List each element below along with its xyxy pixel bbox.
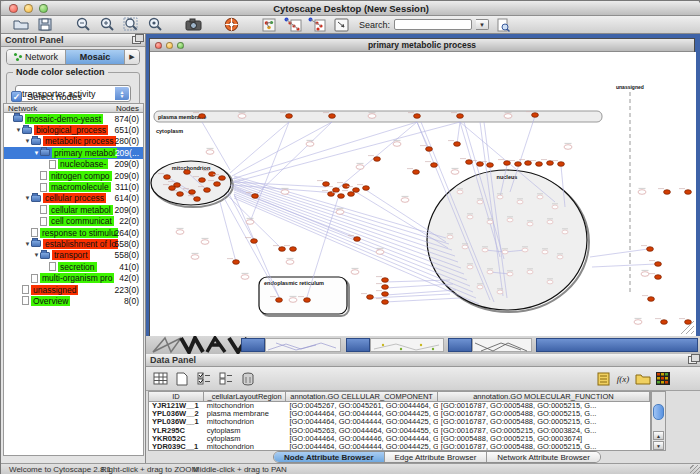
network-node[interactable] <box>351 270 359 275</box>
tree-row[interactable]: mosaic-demo-yeast874(0) <box>4 113 143 124</box>
tree-row[interactable]: unassigned223(0) <box>4 284 143 295</box>
network-node[interactable] <box>393 142 401 147</box>
help-lifering-icon[interactable] <box>221 17 241 32</box>
tree-row[interactable]: ▼primary metabol209(... <box>4 147 143 158</box>
zoom-out-icon[interactable] <box>73 17 93 32</box>
network-node[interactable] <box>462 245 468 249</box>
network-node[interactable] <box>564 145 572 150</box>
network-node[interactable] <box>655 262 662 267</box>
network-node[interactable] <box>467 265 473 269</box>
network-node[interactable] <box>504 114 512 119</box>
tree-expander-icon[interactable]: ▼ <box>24 241 31 247</box>
network-node[interactable] <box>401 198 409 203</box>
network-node[interactable] <box>374 157 381 162</box>
network-node[interactable] <box>502 250 508 254</box>
network-merge-b-icon[interactable] <box>307 17 327 32</box>
float-panel-icon[interactable] <box>688 356 697 364</box>
vizmapper-icon[interactable] <box>259 17 279 32</box>
tree-row[interactable]: Overview8(0) <box>4 295 143 306</box>
zoom-selected-icon[interactable] <box>145 17 165 32</box>
network-node[interactable] <box>525 161 532 166</box>
minimized-window-titlebar-wide[interactable] <box>536 338 698 352</box>
tree-expander-icon[interactable]: ▼ <box>15 127 22 133</box>
network-node[interactable] <box>552 205 558 209</box>
network-node[interactable] <box>467 215 473 219</box>
network-merge-a-icon[interactable] <box>283 17 303 32</box>
network-node[interactable] <box>286 114 293 119</box>
network-node[interactable] <box>527 222 533 226</box>
network-node[interactable] <box>189 190 196 195</box>
select-attributes-icon[interactable] <box>195 370 213 387</box>
network-node[interactable] <box>547 280 553 284</box>
tab-edge-attribute-browser[interactable]: Edge Attribute Browser <box>385 452 488 462</box>
open-file-icon[interactable] <box>11 17 31 32</box>
tree-row[interactable]: multi-organism pro42(0) <box>4 272 143 283</box>
network-node[interactable] <box>276 298 283 303</box>
tree-expander-icon[interactable]: ▼ <box>24 138 31 144</box>
network-node[interactable] <box>497 195 503 199</box>
table-column-header[interactable]: annotation.GO CELLULAR_COMPONENT <box>286 392 437 401</box>
minimized-window-thumbnail[interactable] <box>265 338 341 352</box>
network-node[interactable] <box>638 190 646 195</box>
network-node[interactable] <box>184 170 191 175</box>
network-node[interactable] <box>251 239 258 244</box>
network-node[interactable] <box>343 184 350 189</box>
network-node[interactable] <box>685 190 692 195</box>
scrollbar-thumb[interactable] <box>653 404 664 420</box>
network-node[interactable] <box>382 292 389 297</box>
scroll-down-button[interactable]: ▼ <box>653 441 664 450</box>
network-node[interactable] <box>206 150 214 155</box>
network-node[interactable] <box>414 114 421 119</box>
network-node[interactable] <box>338 194 345 199</box>
network-node[interactable] <box>641 272 649 277</box>
network-node[interactable] <box>507 272 513 276</box>
network-node[interactable] <box>382 278 389 283</box>
network-node[interactable] <box>466 160 473 165</box>
network-node[interactable] <box>238 114 246 119</box>
network-node[interactable] <box>487 220 493 224</box>
network-node[interactable] <box>454 142 461 147</box>
network-node[interactable] <box>634 320 642 325</box>
tree-row[interactable]: cellular metabol209(0) <box>4 204 143 215</box>
tab-network-attribute-browser[interactable]: Network Attribute Browser <box>487 452 599 462</box>
network-node[interactable] <box>562 230 568 234</box>
network-node[interactable] <box>353 188 360 193</box>
tab-mosaic[interactable]: Mosaic <box>66 50 125 64</box>
tree-row[interactable]: ▼transport558(0) <box>4 250 143 261</box>
tree-row[interactable]: secretion41(0) <box>4 261 143 272</box>
network-node[interactable] <box>306 142 314 147</box>
network-node[interactable] <box>199 178 206 183</box>
tree-row[interactable]: response to stimulu264(0) <box>4 227 143 238</box>
network-node[interactable] <box>507 218 513 222</box>
network-node[interactable] <box>289 298 297 303</box>
network-node[interactable] <box>537 195 543 199</box>
network-node[interactable] <box>477 200 483 204</box>
network-node[interactable] <box>431 163 438 168</box>
tree-row[interactable]: ▼establishment of lo558(0) <box>4 238 143 249</box>
tab-network[interactable]: Network <box>7 50 66 64</box>
save-icon[interactable] <box>35 17 55 32</box>
network-node[interactable] <box>199 114 206 119</box>
network-node[interactable] <box>233 260 240 265</box>
network-node[interactable] <box>547 161 554 166</box>
tree-row[interactable]: ▼biological_process651(0) <box>4 124 143 135</box>
attribute-matrix-icon[interactable] <box>654 370 672 387</box>
network-node[interactable] <box>191 255 199 260</box>
network-node[interactable] <box>209 172 216 177</box>
network-node[interactable] <box>286 260 294 265</box>
network-node[interactable] <box>536 162 543 167</box>
tree-row[interactable]: macromolecule311(0) <box>4 181 143 192</box>
network-node[interactable] <box>164 175 171 180</box>
network-node[interactable] <box>527 270 533 274</box>
network-node[interactable] <box>457 190 463 194</box>
network-node[interactable] <box>655 275 662 280</box>
network-node[interactable] <box>497 290 503 294</box>
search-dropdown-button[interactable]: ▼ <box>476 19 489 30</box>
network-node[interactable] <box>547 220 553 224</box>
network-node[interactable] <box>685 320 692 325</box>
table-row[interactable]: YJR121W__1mitochondrion[GO:0045267, GO:0… <box>149 402 650 410</box>
network-node[interactable] <box>241 275 249 280</box>
network-canvas[interactable]: plasma membranecytoplasmmitochondrionnuc… <box>150 52 696 336</box>
network-node[interactable] <box>382 300 389 305</box>
table-row[interactable]: YKR052Ccytoplasm[GO:0044464, GO:0044446,… <box>149 435 650 443</box>
